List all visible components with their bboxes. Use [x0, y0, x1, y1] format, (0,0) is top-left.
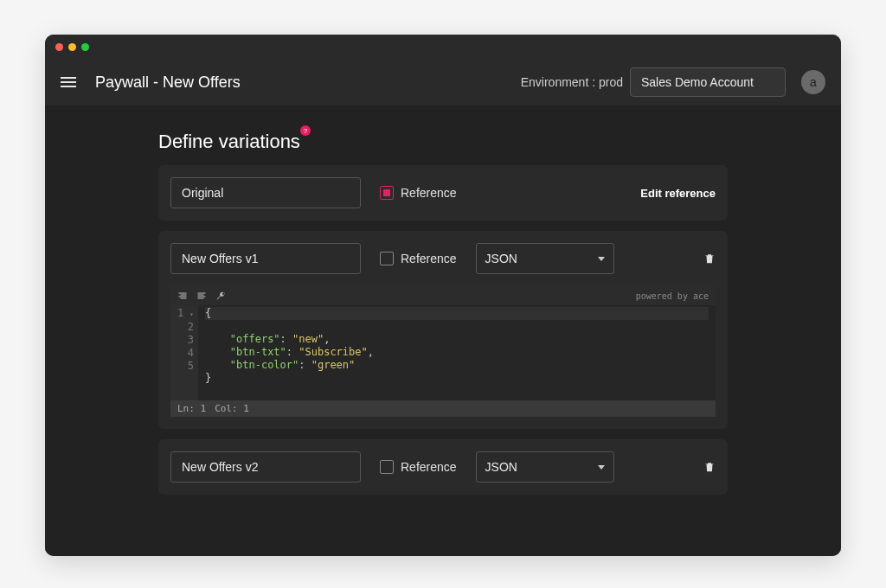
variation-type-value: JSON	[485, 460, 517, 474]
editor-code[interactable]: { "offers": "new", "btn-txt": "Subscribe…	[198, 305, 716, 400]
variation-card: Reference JSON	[158, 439, 728, 495]
editor-status-line: Ln: 1	[177, 403, 206, 414]
variation-type-value: JSON	[485, 252, 517, 265]
maximize-window-icon[interactable]	[81, 43, 89, 51]
indent-icon[interactable]	[177, 291, 188, 301]
app-toolbar: Paywall - New Offers Environment : prod …	[45, 59, 841, 106]
section-title: Define variations ?	[158, 131, 300, 153]
section-header: Define variations ?	[59, 122, 827, 165]
editor-toolbar: powered by ace	[170, 286, 716, 305]
help-icon[interactable]: ?	[300, 125, 311, 136]
content-area: Define variations ? Reference Edit refer…	[45, 106, 841, 556]
editor-body[interactable]: 1 ▾2345 { "offers": "new", "btn-txt": "S…	[170, 305, 716, 400]
reference-checkbox[interactable]	[380, 252, 394, 265]
reference-label: Reference	[401, 252, 457, 265]
close-window-icon[interactable]	[55, 43, 63, 51]
reference-label: Reference	[401, 186, 457, 200]
minimize-window-icon[interactable]	[68, 43, 76, 51]
account-selector[interactable]: Sales Demo Account	[630, 67, 786, 97]
json-editor[interactable]: powered by ace 1 ▾2345 { "offers": "new"…	[170, 286, 716, 417]
environment-label: Environment : prod	[521, 75, 623, 89]
editor-status-bar: Ln: 1 Col: 1	[170, 400, 716, 417]
variation-type-select[interactable]: JSON	[476, 451, 614, 483]
edit-reference-button[interactable]: Edit reference	[640, 187, 716, 200]
reference-checkbox[interactable]	[380, 460, 394, 474]
delete-icon[interactable]	[703, 252, 716, 265]
wrench-icon[interactable]	[215, 291, 226, 301]
menu-icon[interactable]	[61, 77, 76, 87]
variation-name-input[interactable]	[170, 243, 361, 274]
avatar-initial: a	[810, 75, 817, 89]
variation-card: Reference JSON powered by ace	[158, 231, 728, 429]
reference-label: Reference	[401, 460, 457, 474]
page-title: Paywall - New Offers	[95, 74, 241, 92]
editor-gutter: 1 ▾2345	[170, 305, 198, 400]
account-selected-value: Sales Demo Account	[641, 75, 754, 89]
editor-status-col: Col: 1	[215, 403, 249, 414]
variation-name-input[interactable]	[170, 177, 361, 208]
app-window: Paywall - New Offers Environment : prod …	[45, 35, 841, 556]
variation-card: Reference Edit reference	[158, 165, 728, 220]
chevron-down-icon	[598, 257, 605, 261]
variation-type-select[interactable]: JSON	[476, 243, 614, 274]
editor-powered-by: powered by ace	[636, 291, 709, 301]
window-titlebar	[45, 35, 841, 59]
variation-name-input[interactable]	[170, 451, 361, 483]
chevron-down-icon	[598, 465, 605, 470]
delete-icon[interactable]	[703, 461, 716, 473]
avatar[interactable]: a	[801, 70, 825, 94]
section-title-text: Define variations	[158, 131, 300, 152]
outdent-icon[interactable]	[196, 291, 207, 301]
reference-checkbox[interactable]	[380, 186, 394, 200]
